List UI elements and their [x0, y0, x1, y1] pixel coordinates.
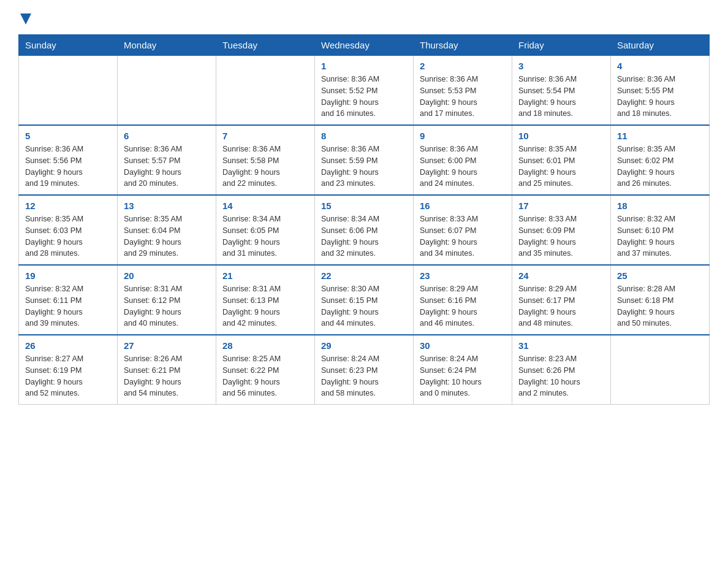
svg-marker-0 — [20, 13, 31, 25]
weekday-header-wednesday: Wednesday — [315, 35, 414, 56]
calendar-cell: 22Sunrise: 8:30 AM Sunset: 6:15 PM Dayli… — [315, 265, 414, 335]
day-number: 15 — [321, 201, 407, 211]
day-number: 23 — [420, 270, 506, 281]
day-number: 17 — [518, 201, 604, 211]
day-number: 28 — [222, 340, 308, 351]
calendar-cell: 3Sunrise: 8:36 AM Sunset: 5:54 PM Daylig… — [512, 56, 611, 126]
calendar-cell: 31Sunrise: 8:23 AM Sunset: 6:26 PM Dayli… — [512, 335, 611, 405]
day-number: 22 — [321, 270, 407, 281]
day-number: 26 — [25, 340, 111, 351]
calendar-cell: 30Sunrise: 8:24 AM Sunset: 6:24 PM Dayli… — [414, 335, 512, 405]
day-number: 9 — [420, 131, 506, 141]
weekday-header-friday: Friday — [512, 35, 611, 56]
day-info: Sunrise: 8:34 AM Sunset: 6:05 PM Dayligh… — [222, 213, 308, 259]
calendar-cell: 23Sunrise: 8:29 AM Sunset: 6:16 PM Dayli… — [414, 265, 512, 335]
weekday-header-sunday: Sunday — [19, 35, 118, 56]
calendar-cell: 12Sunrise: 8:35 AM Sunset: 6:03 PM Dayli… — [19, 195, 118, 265]
day-number: 10 — [518, 131, 604, 141]
day-info: Sunrise: 8:36 AM Sunset: 5:56 PM Dayligh… — [25, 144, 111, 190]
day-info: Sunrise: 8:28 AM Sunset: 6:18 PM Dayligh… — [617, 283, 703, 329]
calendar-cell: 2Sunrise: 8:36 AM Sunset: 5:53 PM Daylig… — [414, 56, 512, 126]
calendar-cell: 21Sunrise: 8:31 AM Sunset: 6:13 PM Dayli… — [216, 265, 315, 335]
calendar-table: SundayMondayTuesdayWednesdayThursdayFrid… — [18, 34, 710, 405]
weekday-header-saturday: Saturday — [611, 35, 710, 56]
calendar-cell — [216, 56, 315, 126]
calendar-cell: 10Sunrise: 8:35 AM Sunset: 6:01 PM Dayli… — [512, 125, 611, 195]
calendar-cell: 14Sunrise: 8:34 AM Sunset: 6:05 PM Dayli… — [216, 195, 315, 265]
week-row-4: 19Sunrise: 8:32 AM Sunset: 6:11 PM Dayli… — [19, 265, 710, 335]
weekday-header-tuesday: Tuesday — [216, 35, 315, 56]
calendar-cell: 27Sunrise: 8:26 AM Sunset: 6:21 PM Dayli… — [118, 335, 216, 405]
day-info: Sunrise: 8:32 AM Sunset: 6:10 PM Dayligh… — [617, 213, 703, 259]
day-info: Sunrise: 8:31 AM Sunset: 6:12 PM Dayligh… — [124, 283, 210, 329]
day-info: Sunrise: 8:35 AM Sunset: 6:02 PM Dayligh… — [617, 144, 703, 190]
day-number: 11 — [617, 131, 703, 141]
day-number: 18 — [617, 201, 703, 211]
day-number: 24 — [518, 270, 604, 281]
weekday-header-monday: Monday — [118, 35, 216, 56]
weekday-header-thursday: Thursday — [414, 35, 512, 56]
calendar-cell: 11Sunrise: 8:35 AM Sunset: 6:02 PM Dayli… — [611, 125, 710, 195]
day-number: 3 — [518, 61, 604, 71]
calendar-cell: 24Sunrise: 8:29 AM Sunset: 6:17 PM Dayli… — [512, 265, 611, 335]
calendar-cell: 18Sunrise: 8:32 AM Sunset: 6:10 PM Dayli… — [611, 195, 710, 265]
page-header — [18, 12, 710, 25]
day-info: Sunrise: 8:36 AM Sunset: 5:58 PM Dayligh… — [222, 144, 308, 190]
day-number: 2 — [420, 61, 506, 71]
week-row-2: 5Sunrise: 8:36 AM Sunset: 5:56 PM Daylig… — [19, 125, 710, 195]
day-info: Sunrise: 8:26 AM Sunset: 6:21 PM Dayligh… — [124, 353, 210, 399]
logo — [18, 12, 31, 25]
calendar-cell: 9Sunrise: 8:36 AM Sunset: 6:00 PM Daylig… — [414, 125, 512, 195]
calendar-cell: 19Sunrise: 8:32 AM Sunset: 6:11 PM Dayli… — [19, 265, 118, 335]
calendar-cell: 1Sunrise: 8:36 AM Sunset: 5:52 PM Daylig… — [315, 56, 414, 126]
day-number: 16 — [420, 201, 506, 211]
week-row-1: 1Sunrise: 8:36 AM Sunset: 5:52 PM Daylig… — [19, 56, 710, 126]
day-info: Sunrise: 8:29 AM Sunset: 6:17 PM Dayligh… — [518, 283, 604, 329]
day-info: Sunrise: 8:36 AM Sunset: 5:53 PM Dayligh… — [420, 74, 506, 120]
day-number: 4 — [617, 61, 703, 71]
calendar-cell: 8Sunrise: 8:36 AM Sunset: 5:59 PM Daylig… — [315, 125, 414, 195]
day-number: 14 — [222, 201, 308, 211]
day-number: 1 — [321, 61, 407, 71]
calendar-cell: 6Sunrise: 8:36 AM Sunset: 5:57 PM Daylig… — [118, 125, 216, 195]
calendar-cell: 15Sunrise: 8:34 AM Sunset: 6:06 PM Dayli… — [315, 195, 414, 265]
day-number: 13 — [124, 201, 210, 211]
day-number: 25 — [617, 270, 703, 281]
day-info: Sunrise: 8:33 AM Sunset: 6:07 PM Dayligh… — [420, 213, 506, 259]
day-info: Sunrise: 8:24 AM Sunset: 6:23 PM Dayligh… — [321, 353, 407, 399]
logo-triangle-icon — [20, 13, 31, 25]
day-number: 30 — [420, 340, 506, 351]
calendar-cell: 25Sunrise: 8:28 AM Sunset: 6:18 PM Dayli… — [611, 265, 710, 335]
day-info: Sunrise: 8:35 AM Sunset: 6:01 PM Dayligh… — [518, 144, 604, 190]
day-number: 7 — [222, 131, 308, 141]
calendar-cell: 29Sunrise: 8:24 AM Sunset: 6:23 PM Dayli… — [315, 335, 414, 405]
calendar-cell: 4Sunrise: 8:36 AM Sunset: 5:55 PM Daylig… — [611, 56, 710, 126]
day-info: Sunrise: 8:36 AM Sunset: 5:54 PM Dayligh… — [518, 74, 604, 120]
day-info: Sunrise: 8:30 AM Sunset: 6:15 PM Dayligh… — [321, 283, 407, 329]
day-info: Sunrise: 8:35 AM Sunset: 6:03 PM Dayligh… — [25, 213, 111, 259]
day-info: Sunrise: 8:36 AM Sunset: 5:55 PM Dayligh… — [617, 74, 703, 120]
calendar-cell: 7Sunrise: 8:36 AM Sunset: 5:58 PM Daylig… — [216, 125, 315, 195]
calendar-cell: 28Sunrise: 8:25 AM Sunset: 6:22 PM Dayli… — [216, 335, 315, 405]
day-info: Sunrise: 8:25 AM Sunset: 6:22 PM Dayligh… — [222, 353, 308, 399]
day-info: Sunrise: 8:27 AM Sunset: 6:19 PM Dayligh… — [25, 353, 111, 399]
day-info: Sunrise: 8:36 AM Sunset: 5:52 PM Dayligh… — [321, 74, 407, 120]
day-info: Sunrise: 8:32 AM Sunset: 6:11 PM Dayligh… — [25, 283, 111, 329]
calendar-cell: 13Sunrise: 8:35 AM Sunset: 6:04 PM Dayli… — [118, 195, 216, 265]
day-info: Sunrise: 8:29 AM Sunset: 6:16 PM Dayligh… — [420, 283, 506, 329]
weekday-header-row: SundayMondayTuesdayWednesdayThursdayFrid… — [19, 35, 710, 56]
day-info: Sunrise: 8:36 AM Sunset: 6:00 PM Dayligh… — [420, 144, 506, 190]
calendar-cell: 16Sunrise: 8:33 AM Sunset: 6:07 PM Dayli… — [414, 195, 512, 265]
day-info: Sunrise: 8:35 AM Sunset: 6:04 PM Dayligh… — [124, 213, 210, 259]
day-info: Sunrise: 8:33 AM Sunset: 6:09 PM Dayligh… — [518, 213, 604, 259]
week-row-3: 12Sunrise: 8:35 AM Sunset: 6:03 PM Dayli… — [19, 195, 710, 265]
day-number: 19 — [25, 270, 111, 281]
day-number: 6 — [124, 131, 210, 141]
day-info: Sunrise: 8:36 AM Sunset: 5:57 PM Dayligh… — [124, 144, 210, 190]
day-number: 27 — [124, 340, 210, 351]
week-row-5: 26Sunrise: 8:27 AM Sunset: 6:19 PM Dayli… — [19, 335, 710, 405]
calendar-cell: 26Sunrise: 8:27 AM Sunset: 6:19 PM Dayli… — [19, 335, 118, 405]
day-info: Sunrise: 8:36 AM Sunset: 5:59 PM Dayligh… — [321, 144, 407, 190]
day-info: Sunrise: 8:31 AM Sunset: 6:13 PM Dayligh… — [222, 283, 308, 329]
day-number: 8 — [321, 131, 407, 141]
